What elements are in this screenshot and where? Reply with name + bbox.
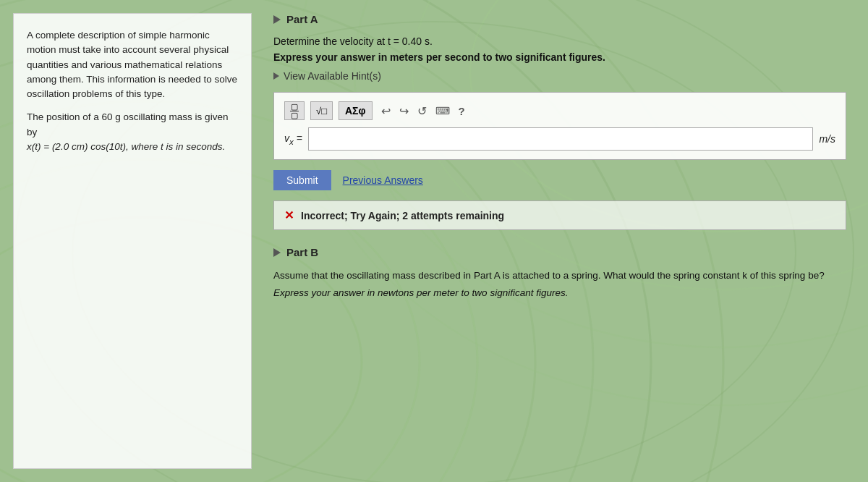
submit-button[interactable]: Submit [273, 170, 331, 190]
answer-box: ▢▢ √□ AΣφ ↩ ↪ ↺ ⌨ ? vx = m/s [273, 92, 846, 160]
part-a-question: Determine the velocity at t = 0.40 s. [273, 35, 846, 47]
part-a-label: Part A [286, 13, 318, 25]
error-message: Incorrect; Try Again; 2 attempts remaini… [301, 210, 504, 221]
part-b-section: Part B Assume that the oscillating mass … [273, 246, 846, 298]
previous-answers-link[interactable]: Previous Answers [343, 174, 423, 186]
radical-button[interactable]: √□ [310, 101, 333, 120]
answer-input[interactable] [308, 127, 814, 151]
part-b-label: Part B [286, 246, 318, 258]
undo-icon[interactable]: ↩ [381, 104, 391, 118]
part-b-question: Assume that the oscillating mass describ… [273, 269, 846, 283]
error-box: ✕ Incorrect; Try Again; 2 attempts remai… [273, 200, 846, 230]
intro-text: A complete description of simple harmoni… [27, 28, 238, 101]
symbol-button[interactable]: AΣφ [339, 101, 373, 120]
input-row: vx = m/s [284, 127, 835, 151]
submit-row: Submit Previous Answers [273, 170, 846, 190]
right-panel: Part A Determine the velocity at t = 0.4… [252, 0, 868, 482]
unit-label: m/s [819, 133, 835, 145]
problem-text: The position of a 60 g oscillating mass … [27, 110, 238, 154]
fraction-button[interactable]: ▢▢ [284, 101, 305, 120]
part-a-instruction: Express your answer in meters per second… [273, 51, 846, 63]
part-a-header: Part A [273, 13, 846, 25]
left-panel: A complete description of simple harmoni… [13, 13, 252, 469]
math-toolbar: ▢▢ √□ AΣφ ↩ ↪ ↺ ⌨ ? [284, 101, 835, 120]
redo-icon[interactable]: ↪ [399, 104, 409, 118]
symbol-label: AΣφ [345, 105, 366, 117]
part-b-instruction: Express your answer in newtons per meter… [273, 287, 846, 298]
error-icon: ✕ [284, 208, 294, 222]
help-icon[interactable]: ? [459, 105, 465, 117]
part-b-arrow-icon[interactable] [273, 248, 281, 257]
collapse-arrow-icon[interactable] [273, 15, 281, 24]
hint-arrow-icon [273, 72, 279, 80]
input-label: vx = [284, 132, 302, 146]
reset-icon[interactable]: ↺ [417, 104, 427, 118]
part-b-header: Part B [273, 246, 846, 258]
hint-link[interactable]: View Available Hint(s) [273, 70, 846, 82]
hint-label: View Available Hint(s) [284, 70, 381, 82]
keyboard-icon[interactable]: ⌨ [435, 105, 450, 117]
